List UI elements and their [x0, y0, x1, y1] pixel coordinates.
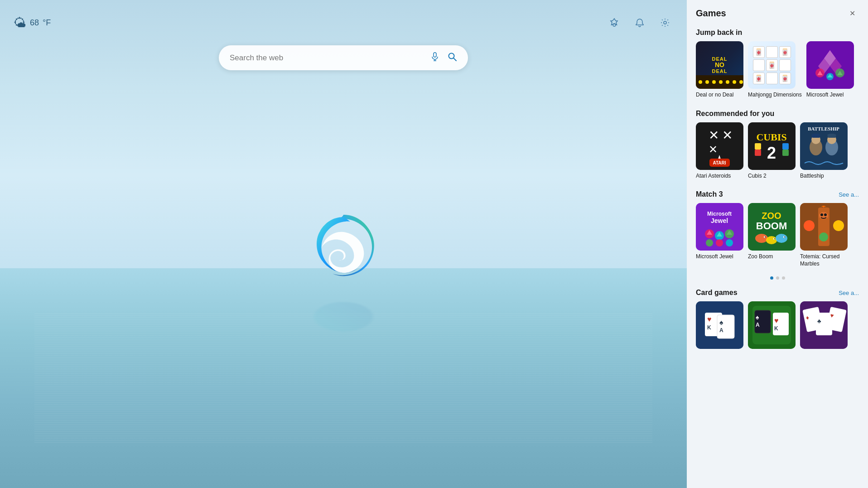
svg-text:✕: ✕ [709, 143, 718, 155]
svg-rect-42 [755, 143, 761, 150]
svg-text:♣: ♣ [817, 318, 821, 324]
svg-text:A: A [719, 327, 723, 333]
game-thumb-deal-or-no-deal: DEAL NO DEAL [696, 41, 743, 89]
game-card-atari-asteroids[interactable]: ✕ ✕ ✕ ATARI Atari Asteroids [696, 122, 743, 180]
game-card-ms-jewel[interactable]: Microsoft Jewel [806, 41, 854, 99]
match3-see-all[interactable]: See a... [839, 191, 859, 198]
microphone-button[interactable] [426, 48, 444, 68]
game-card-deal-or-no-deal[interactable]: DEAL NO DEAL Deal or no Deal [696, 41, 743, 99]
game-thumb-battleship: BATTLESHIP [800, 122, 848, 170]
temperature-unit: °F [43, 18, 51, 28]
search-button[interactable] [444, 48, 461, 68]
match3-header: Match 3 See a... [687, 187, 868, 203]
game-name-deal-or-no-deal: Deal or no Deal [696, 92, 743, 99]
svg-point-86 [819, 232, 828, 242]
card-games-title: Card games [696, 289, 738, 297]
svg-point-84 [804, 220, 815, 231]
svg-text:A: A [756, 322, 760, 328]
game-thumb-blackjack: ♠ A ♥ K [748, 301, 796, 349]
game-card-card1[interactable]: ♥ K ♠ A [696, 301, 743, 352]
svg-text:Jewel: Jewel [711, 217, 728, 224]
jump-back-in-header: Jump back in [687, 25, 868, 41]
svg-point-83 [824, 213, 827, 216]
search-box [219, 45, 468, 70]
edge-logo-svg [307, 208, 380, 280]
svg-text:♠: ♠ [756, 314, 759, 321]
game-name-cubis-2: Cubis 2 [748, 173, 796, 180]
svg-point-78 [784, 237, 785, 237]
jump-back-in-games: DEAL NO DEAL Deal or no Deal [687, 41, 868, 106]
dot-3 [782, 276, 785, 280]
top-icons [606, 14, 673, 31]
game-thumb-totemia [800, 203, 848, 251]
game-card-zoo-boom[interactable]: ZOO BOOM Zoo Boom [748, 203, 796, 267]
svg-point-82 [820, 213, 823, 216]
svg-text:♥: ♥ [707, 315, 712, 323]
svg-point-74 [765, 237, 766, 237]
svg-point-19 [739, 80, 743, 84]
rewards-icon [609, 18, 619, 28]
svg-text:♥: ♥ [774, 317, 779, 324]
card-games-see-all[interactable]: See a... [839, 290, 859, 296]
game-thumb-cubis: CUBIS 2 [748, 122, 796, 170]
game-card-totemia[interactable]: Totemia: Cursed Marbles [800, 203, 859, 267]
game-name-ms-jewel: Microsoft Jewel [806, 92, 854, 99]
weather-widget[interactable]: 🌤 68 °F [14, 15, 51, 30]
svg-point-71 [766, 236, 777, 244]
svg-point-16 [719, 80, 723, 84]
recommended-header: Recommended for you [687, 106, 868, 122]
rewards-button[interactable] [606, 14, 622, 31]
game-thumb-ms-jewel-2: Microsoft Jewel [696, 203, 743, 251]
card-games-row: ♥ K ♠ A ♠ A [687, 301, 868, 359]
svg-text:K: K [707, 324, 711, 331]
jump-back-in-title: Jump back in [696, 29, 742, 37]
card-games-header: Card games See a... [687, 285, 868, 301]
game-thumb-zoo-boom: ZOO BOOM [748, 203, 796, 251]
svg-text:♠: ♠ [719, 319, 723, 326]
svg-rect-6 [434, 53, 436, 57]
svg-rect-41 [755, 150, 761, 156]
svg-text:Microsoft: Microsoft [707, 211, 732, 217]
svg-point-50 [811, 134, 820, 136]
game-card-ms-jewel-2[interactable]: Microsoft Jewel Microsoft Jewel [696, 203, 743, 267]
settings-button[interactable] [657, 14, 673, 31]
panel-header: Games ✕ [687, 0, 868, 25]
svg-point-54 [827, 134, 836, 136]
svg-point-76 [774, 238, 775, 239]
svg-text:2: 2 [767, 144, 776, 162]
svg-rect-43 [782, 150, 789, 156]
top-bar: 🌤 68 °F [0, 0, 687, 45]
svg-rect-44 [782, 143, 789, 150]
game-card-mahjongg[interactable]: 🀄 ≋ 🀄 ≋ 🀄 ≋ 🀄 ≋ 🀄 Mahjongg Dimensions [748, 41, 802, 99]
svg-text:CUBIS: CUBIS [756, 131, 786, 143]
notifications-icon [635, 18, 645, 28]
search-input[interactable] [230, 53, 426, 63]
game-thumb-atari: ✕ ✕ ✕ ATARI [696, 122, 743, 170]
edge-logo-reflection [307, 299, 380, 335]
search-icon [447, 52, 457, 62]
notifications-button[interactable] [632, 14, 648, 31]
svg-point-5 [664, 21, 666, 24]
svg-point-15 [712, 80, 716, 84]
game-card-blackjack[interactable]: ♠ A ♥ K [748, 301, 796, 352]
svg-point-14 [705, 80, 709, 84]
close-panel-button[interactable]: ✕ [846, 7, 859, 19]
svg-point-70 [755, 234, 768, 243]
svg-point-85 [833, 220, 844, 231]
svg-point-61 [706, 239, 713, 246]
match3-games: Microsoft Jewel Microsoft Jewel [687, 203, 868, 275]
microphone-icon [430, 52, 440, 62]
game-card-battleship[interactable]: BATTLESHIP Battleship [800, 122, 848, 180]
games-panel: Games ✕ Jump back in DEAL NO DEAL [687, 0, 868, 488]
game-thumb-mahjongg: 🀄 ≋ 🀄 ≋ 🀄 ≋ 🀄 ≋ 🀄 [748, 41, 796, 89]
game-card-cubis-2[interactable]: CUBIS 2 Cubis 2 [748, 122, 796, 180]
game-name-battleship: Battleship [800, 173, 848, 180]
dot-2 [776, 276, 779, 280]
svg-text:BATTLESHIP: BATTLESHIP [808, 126, 839, 131]
svg-text:ZOO: ZOO [762, 211, 781, 221]
game-card-card3[interactable]: ♦ ♣ ♥ [800, 301, 848, 352]
dot-1 [770, 276, 773, 280]
match3-dots [687, 275, 868, 285]
game-name-totemia: Totemia: Cursed Marbles [800, 253, 859, 267]
recommended-games: ✕ ✕ ✕ ATARI Atari Asteroids CUBIS [687, 122, 868, 187]
